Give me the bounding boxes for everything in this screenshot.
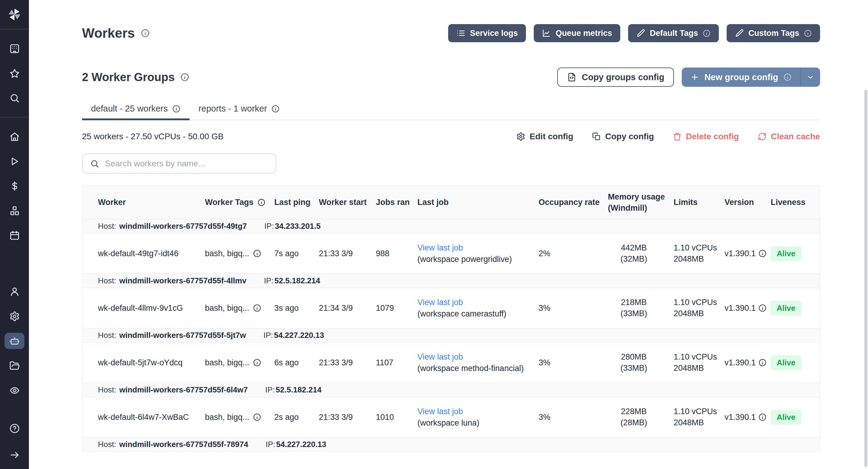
worker-name: wk-default-6l4w7-XwBaC — [98, 413, 189, 422]
host-ip-group: IP:54.227.220.13 — [266, 440, 326, 449]
action-label: Clean cache — [771, 132, 820, 142]
copy-groups-config-button[interactable]: Copy groups config — [557, 67, 674, 87]
search-icon — [90, 159, 99, 168]
jobs-ran-cell: 1107 — [376, 358, 417, 368]
last-job-workspace: (workspace camerastuff) — [417, 309, 538, 319]
host-ip-group: IP:52.5.182.214 — [264, 276, 320, 285]
limit-memory: 2048MB — [674, 253, 724, 264]
delete-config-button[interactable]: Delete config — [673, 132, 739, 142]
service-logs-button[interactable]: Service logs — [448, 24, 526, 42]
limits-cell: 1.10 vCPUs2048MB — [674, 351, 724, 374]
info-icon[interactable] — [783, 73, 792, 82]
info-icon[interactable] — [271, 104, 280, 113]
host-name: windmill-workers-67757d55f-5jt7w — [119, 331, 246, 340]
new-group-config-dropdown[interactable] — [801, 67, 820, 87]
jobs-ran: 1010 — [376, 413, 394, 422]
ip-label: IP: — [264, 222, 274, 230]
scrollbar[interactable] — [864, 0, 867, 469]
help-icon — [9, 423, 20, 434]
page-title-text: Workers — [82, 26, 135, 41]
edit-config-button[interactable]: Edit config — [516, 132, 573, 142]
info-icon[interactable] — [804, 29, 812, 37]
info-icon[interactable] — [257, 198, 266, 207]
star-icon — [9, 68, 20, 79]
new-group-config-label: New group config — [704, 72, 778, 82]
sidebar-item-boxes[interactable] — [4, 202, 24, 219]
sidebar-item-calendar[interactable] — [4, 227, 24, 244]
sidebar-item-folder[interactable] — [4, 357, 24, 374]
search-input[interactable] — [104, 159, 268, 169]
column-header-line: Last job — [417, 197, 538, 208]
last-job-link[interactable]: View last job — [417, 407, 538, 416]
copy-config-button[interactable]: Copy config — [592, 132, 654, 142]
info-icon[interactable] — [703, 29, 711, 37]
ip-label: IP: — [264, 276, 274, 285]
home-icon — [9, 131, 20, 142]
jobs-ran: 1079 — [376, 304, 394, 313]
column-header-line: Last ping — [274, 197, 319, 208]
memory-cell: 280MB(33MB) — [608, 351, 674, 374]
worker-name-cell: wk-default-4llmv-9v1cG — [98, 304, 205, 313]
version-cell: v1.390.1 — [724, 358, 771, 368]
sidebar-item-play[interactable] — [4, 153, 24, 169]
new-group-config-button[interactable]: New group config — [682, 67, 820, 87]
sidebar-item-star[interactable] — [4, 65, 24, 82]
clean-cache-button[interactable]: Clean cache — [758, 132, 820, 142]
last-job-link[interactable]: View last job — [417, 352, 538, 362]
info-icon[interactable] — [758, 304, 767, 312]
worker-groups-header: 2 Worker Groups Copy groups config New g… — [82, 67, 820, 87]
dollar-icon — [9, 181, 20, 191]
version-cell: v1.390.1 — [724, 304, 771, 313]
jobs-ran-cell: 1010 — [376, 413, 417, 422]
sidebar-item-search[interactable] — [4, 90, 24, 106]
sidebar-item-dollar[interactable] — [4, 178, 24, 194]
last-job-link[interactable]: View last job — [417, 298, 538, 307]
sidebar-lower-group — [0, 273, 29, 409]
scrollbar-thumb[interactable] — [864, 90, 867, 467]
sidebar-item-arrow-right[interactable] — [4, 447, 24, 463]
sidebar-item-robot[interactable] — [4, 333, 24, 349]
info-icon[interactable] — [253, 358, 261, 367]
info-icon[interactable] — [758, 413, 767, 421]
column-header-last-ping: Last ping — [274, 197, 319, 208]
tab-reports-1-worker[interactable]: reports - 1 worker — [190, 104, 289, 120]
sidebar-item-home[interactable] — [4, 128, 24, 145]
info-icon[interactable] — [253, 304, 261, 312]
app-root: Workers Service logsQueue metricsDefault… — [0, 0, 868, 469]
ip-label: IP: — [266, 440, 275, 449]
sidebar-item-gear[interactable] — [4, 308, 24, 324]
info-icon[interactable] — [141, 29, 150, 38]
host-label: Host: — [98, 440, 116, 449]
info-icon[interactable] — [253, 413, 261, 421]
custom-tags-button[interactable]: Custom Tags — [727, 24, 820, 42]
sidebar-item-app-grid[interactable] — [4, 40, 24, 57]
worker-groups-title: 2 Worker Groups — [82, 71, 189, 84]
info-icon[interactable] — [172, 104, 181, 113]
eye-icon — [9, 385, 20, 396]
queue-metrics-button[interactable]: Queue metrics — [534, 24, 620, 42]
column-header-memory-usage: Memory usage(Windmill) — [608, 191, 674, 214]
worker-tags: bash, bigq... — [205, 249, 249, 258]
windmill-logo[interactable] — [0, 0, 29, 29]
calendar-icon — [9, 230, 20, 241]
last-job-link[interactable]: View last job — [417, 243, 538, 253]
info-icon[interactable] — [180, 73, 189, 82]
column-header-line: Memory usage — [608, 191, 674, 202]
sidebar-item-eye[interactable] — [4, 382, 24, 399]
host-name: windmill-workers-67757d55f-6l4w7 — [119, 385, 248, 394]
limits-cell: 1.10 vCPUs2048MB — [674, 406, 724, 428]
info-icon[interactable] — [253, 249, 261, 258]
column-header-line: Jobs ran — [376, 197, 417, 208]
worker-row: wk-default-6l4w7-XwBaCbash, bigq...2s ag… — [82, 397, 820, 437]
sidebar-item-help[interactable] — [4, 420, 24, 436]
info-icon[interactable] — [758, 358, 767, 367]
tab-default-25-workers[interactable]: default - 25 workers — [82, 104, 190, 120]
info-icon[interactable] — [758, 249, 767, 258]
worker-groups-title-text: 2 Worker Groups — [82, 71, 175, 84]
default-tags-button[interactable]: Default Tags — [628, 24, 719, 42]
sidebar-item-user[interactable] — [4, 283, 24, 300]
column-label: Last ping — [274, 197, 310, 208]
new-group-config-main[interactable]: New group config — [682, 67, 800, 87]
occupancy-cell: 3% — [538, 304, 608, 313]
column-label: Version — [724, 197, 754, 208]
